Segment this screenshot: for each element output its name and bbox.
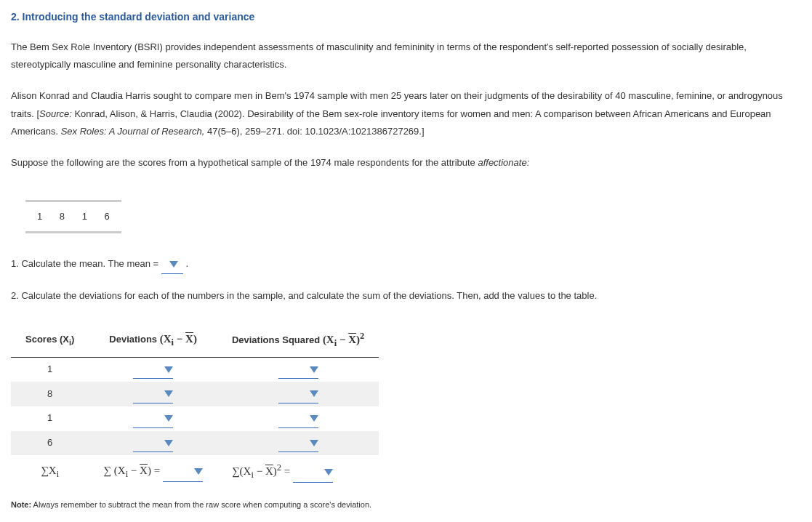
source-label: Source: <box>39 108 72 119</box>
q1-text-a: 1. Calculate the mean. The mean = <box>11 258 161 269</box>
sum-deviations-sq-dropdown[interactable] <box>293 461 333 483</box>
sum-deviations-sq-cell: ∑(Xi − X)2 = <box>217 455 379 487</box>
score-value: 8 <box>52 208 72 226</box>
table-row: 1 <box>11 406 379 431</box>
dropdown-triangle-icon <box>324 469 333 475</box>
table-row: 8 <box>11 382 379 406</box>
col-scores-header: Scores (Xi) <box>11 324 89 357</box>
question-1: 1. Calculate the mean. The mean = . <box>11 255 801 274</box>
score-cell: 1 <box>11 357 89 382</box>
intro-paragraph-2: Alison Konrad and Claudia Harris sought … <box>11 87 801 141</box>
deviation-dropdown[interactable] <box>133 385 173 403</box>
deviation-sq-cell <box>217 431 379 456</box>
scores-display: 1 8 1 6 <box>25 200 121 234</box>
intro-paragraph-1: The Bem Sex Role Inventory (BSRI) provid… <box>11 39 801 74</box>
table-row: 6 <box>11 431 379 456</box>
para3-text-a: Suppose the following are the scores fro… <box>11 157 478 168</box>
score-cell: 8 <box>11 382 89 406</box>
table-row: 1 <box>11 357 379 382</box>
score-cell: 6 <box>11 431 89 456</box>
deviation-cell <box>89 431 217 456</box>
score-value: 6 <box>97 208 117 226</box>
dropdown-triangle-icon <box>194 468 203 475</box>
deviation-sq-dropdown[interactable] <box>278 361 318 380</box>
deviation-sq-cell <box>217 357 379 382</box>
col-deviations-sq-header: Deviations Squared (Xi − X)2 <box>217 324 379 357</box>
dropdown-triangle-icon <box>164 415 173 422</box>
table-header-row: Scores (Xi) Deviations (Xi − X) Deviatio… <box>11 324 379 357</box>
deviation-cell <box>89 382 217 406</box>
note: Note: Always remember to subtract the me… <box>11 497 801 513</box>
deviation-dropdown[interactable] <box>133 434 173 453</box>
dropdown-triangle-icon <box>164 440 173 446</box>
dropdown-triangle-icon <box>310 440 318 446</box>
deviation-sq-cell <box>217 406 379 431</box>
col-deviations-header: Deviations (Xi − X) <box>89 324 217 357</box>
deviation-dropdown[interactable] <box>133 361 173 380</box>
attribute-name: affectionate: <box>478 157 529 168</box>
question-2: 2. Calculate the deviations for each of … <box>11 287 801 305</box>
deviation-sq-dropdown[interactable] <box>278 385 318 403</box>
section-heading: 2. Introducing the standard deviation an… <box>11 7 801 27</box>
calculation-table: Scores (Xi) Deviations (Xi − X) Deviatio… <box>11 324 379 487</box>
dropdown-triangle-icon <box>310 415 318 422</box>
score-value: 1 <box>30 208 49 226</box>
dropdown-triangle-icon <box>164 366 173 373</box>
deviation-sq-cell <box>217 382 379 406</box>
deviation-sq-dropdown[interactable] <box>278 434 318 453</box>
dropdown-triangle-icon <box>164 390 173 397</box>
para2-text-c: 47(5–6), 259–271. doi: 10.1023/A:1021386… <box>204 126 424 137</box>
journal-name: Sex Roles: A Journal of Research, <box>61 126 205 137</box>
calculation-table-container: Scores (Xi) Deviations (Xi − X) Deviatio… <box>11 324 801 487</box>
dropdown-triangle-icon <box>310 366 318 373</box>
sum-scores-cell: ∑Xi <box>11 455 89 487</box>
deviation-cell <box>89 357 217 382</box>
dropdown-triangle-icon <box>310 390 318 397</box>
score-cell: 1 <box>11 406 89 431</box>
deviation-sq-dropdown[interactable] <box>278 409 318 428</box>
q1-text-b: . <box>183 258 188 269</box>
mean-dropdown[interactable] <box>161 255 183 274</box>
deviation-cell <box>89 406 217 431</box>
sum-deviations-cell: ∑ (Xi − X) = <box>89 455 217 487</box>
deviation-dropdown[interactable] <box>133 409 173 428</box>
sum-deviations-dropdown[interactable] <box>163 460 203 482</box>
note-text: Always remember to subtract the mean fro… <box>31 500 371 509</box>
sum-row: ∑Xi ∑ (Xi − X) = ∑(Xi − X)2 = <box>11 455 379 487</box>
note-label: Note: <box>11 500 31 509</box>
score-value: 1 <box>75 208 95 226</box>
intro-paragraph-3: Suppose the following are the scores fro… <box>11 154 801 172</box>
dropdown-triangle-icon <box>169 261 178 268</box>
